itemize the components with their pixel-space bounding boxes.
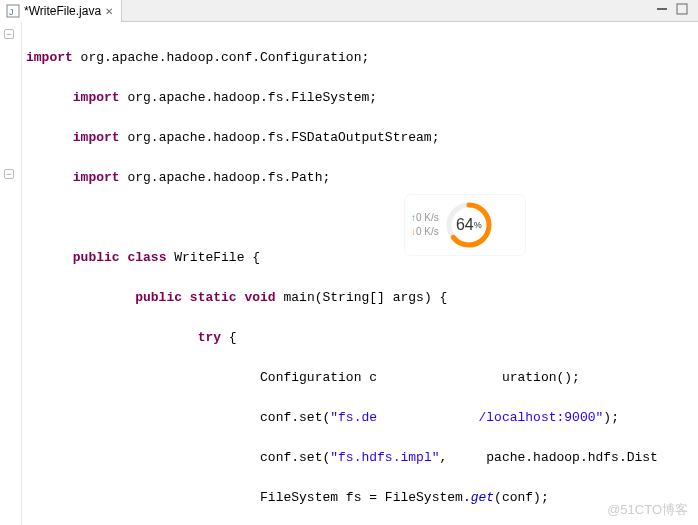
code-editor[interactable]: − − import org.apache.hadoop.conf.Config… (0, 22, 698, 525)
gutter: − − (0, 22, 22, 525)
code-area[interactable]: import org.apache.hadoop.conf.Configurat… (22, 22, 698, 525)
maximize-view-icon[interactable] (676, 3, 688, 18)
keyword: try (198, 330, 221, 345)
keyword: class (127, 250, 166, 265)
string: /localhost:9000" (479, 410, 604, 425)
code-text: main(String[] args) { (276, 290, 448, 305)
code-text: Configuration c (260, 370, 377, 385)
keyword: import (73, 90, 120, 105)
code-text: org.apache.hadoop.fs.Path; (120, 170, 331, 185)
code-text: FileSystem fs = FileSystem. (260, 490, 471, 505)
watermark: @51CTO博客 (607, 501, 688, 519)
usage-ring: 64% (445, 201, 493, 249)
code-text: pache.hadoop.hdfs.Dist (486, 450, 658, 465)
view-controls (656, 3, 698, 18)
code-text: { (221, 330, 237, 345)
code-text: WriteFile { (166, 250, 260, 265)
code-text: ); (603, 410, 619, 425)
keyword: void (244, 290, 275, 305)
java-file-icon: J (6, 4, 20, 18)
system-monitor-overlay: ↑0 K/s ↓0 K/s 64% (405, 195, 525, 255)
fold-toggle-icon[interactable]: − (4, 169, 14, 179)
keyword: public (73, 250, 120, 265)
network-speed: ↑0 K/s ↓0 K/s (411, 211, 439, 239)
code-text: org.apache.hadoop.fs.FSDataOutputStream; (120, 130, 440, 145)
keyword: public (135, 290, 182, 305)
download-speed: 0 K/s (416, 226, 439, 237)
percent-sign: % (474, 220, 482, 230)
tab-bar: J *WriteFile.java ✕ (0, 0, 698, 22)
editor-tab[interactable]: J *WriteFile.java ✕ (0, 0, 122, 22)
keyword: import (73, 130, 120, 145)
code-text: org.apache.hadoop.fs.FileSystem; (120, 90, 377, 105)
keyword: static (190, 290, 237, 305)
svg-rect-2 (657, 8, 667, 10)
keyword: import (26, 50, 73, 65)
svg-text:J: J (9, 7, 14, 17)
code-text: org.apache.hadoop.conf.Configuration; (73, 50, 369, 65)
close-icon[interactable]: ✕ (105, 6, 115, 16)
usage-percent: 64 (456, 216, 474, 234)
code-text: conf.set( (260, 410, 330, 425)
tab-title: *WriteFile.java (24, 4, 101, 18)
code-text: uration(); (502, 370, 580, 385)
upload-speed: 0 K/s (416, 212, 439, 223)
string: "fs.hdfs.impl" (330, 450, 439, 465)
fold-toggle-icon[interactable]: − (4, 29, 14, 39)
minimize-view-icon[interactable] (656, 3, 668, 18)
method: get (471, 490, 494, 505)
code-text: (conf); (494, 490, 549, 505)
keyword: import (73, 170, 120, 185)
svg-rect-3 (677, 4, 687, 14)
string: "fs.de (330, 410, 377, 425)
code-text: conf.set( (260, 450, 330, 465)
